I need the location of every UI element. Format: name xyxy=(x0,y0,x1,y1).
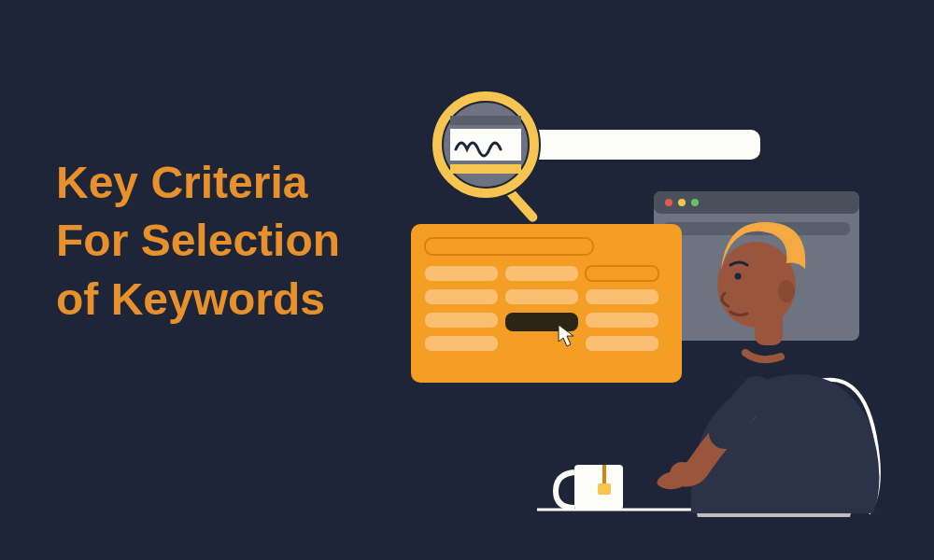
page-title: Key Criteria For Selection of Keywords xyxy=(56,154,392,329)
mug-icon xyxy=(556,465,623,510)
svg-rect-18 xyxy=(586,336,658,351)
svg-rect-11 xyxy=(425,289,498,304)
svg-rect-8 xyxy=(425,266,498,281)
svg-point-34 xyxy=(735,273,742,280)
svg-rect-14 xyxy=(425,313,498,328)
svg-rect-16 xyxy=(586,313,658,328)
svg-point-2 xyxy=(665,199,672,206)
svg-rect-17 xyxy=(425,336,498,351)
svg-rect-29 xyxy=(598,483,611,495)
svg-rect-12 xyxy=(505,289,578,304)
hero-illustration xyxy=(383,56,906,541)
svg-rect-25 xyxy=(450,116,521,125)
svg-rect-26 xyxy=(450,164,521,174)
magnifying-glass-icon xyxy=(432,91,541,225)
svg-rect-15 xyxy=(505,313,578,331)
results-panel-icon xyxy=(411,224,682,383)
svg-point-33 xyxy=(778,280,795,302)
svg-rect-9 xyxy=(505,266,578,281)
svg-point-4 xyxy=(691,199,699,206)
svg-rect-13 xyxy=(586,289,658,304)
svg-rect-28 xyxy=(602,465,606,485)
svg-point-3 xyxy=(678,199,686,206)
